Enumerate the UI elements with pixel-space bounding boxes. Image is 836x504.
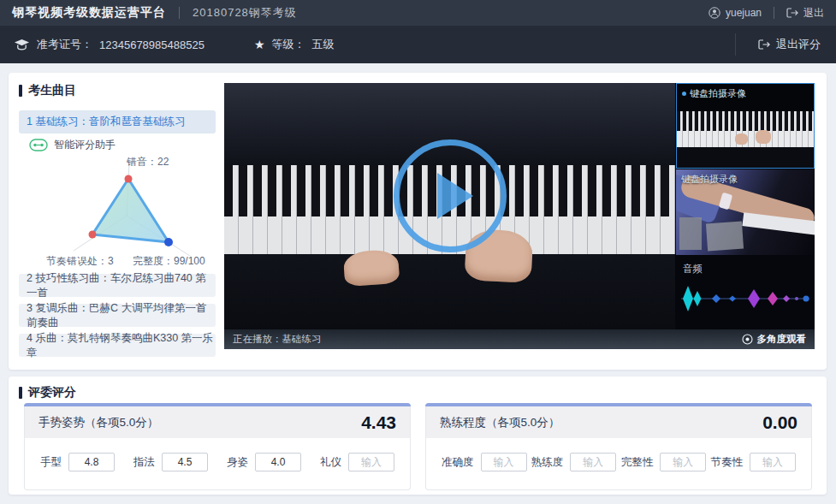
playlist-heading-label: 考生曲目 (28, 83, 76, 98)
ticket-group: 准考证号： 12345678985488525 (14, 37, 205, 52)
exit-scoring-button[interactable]: 退出评分 (735, 33, 822, 56)
level-group: ★ 等级： 五级 (254, 37, 335, 52)
assistant-robot-icon (29, 139, 48, 151)
active-dot-icon (682, 92, 686, 96)
field-accuracy: 准确度 (442, 453, 527, 471)
title-divider (179, 7, 180, 19)
exit-scoring-icon (758, 39, 770, 50)
proficiency-card-header: 熟练程度（各项5.0分） 0.00 (426, 406, 811, 438)
gesture-card-score: 4.43 (361, 412, 396, 433)
bench-shape (706, 222, 744, 252)
graduation-cap-icon (14, 39, 30, 51)
session-title: 20180728钢琴考级 (193, 5, 297, 21)
fingering-input[interactable] (162, 453, 208, 471)
ticket-label: 准考证号： (37, 37, 92, 52)
exam-info-bar: 准考证号： 12345678985488525 ★ 等级： 五级 退出评分 (0, 26, 836, 63)
user-icon (709, 7, 720, 19)
hand-shape-input[interactable] (68, 453, 115, 471)
gesture-card-fields: 手型 指法 身姿 礼仪 (25, 438, 410, 486)
field-hand-shape: 手型 (40, 453, 115, 471)
eye-icon (742, 334, 753, 345)
logout-icon (786, 8, 798, 18)
smart-score-assistant: 智能评分助手 (29, 138, 116, 152)
app: 钢琴视频考级数据运营平台 20180728钢琴考级 yuejuan 退出 准考证… (0, 0, 836, 504)
proficiency-card: 熟练程度（各项5.0分） 0.00 准确度 熟练度 完整性 节奏性 (425, 404, 812, 490)
topbar-right: yuejuan 退出 (709, 6, 824, 21)
playlist-heading: 考生曲目 (19, 83, 76, 98)
score-radar-chart: 错音：22 节奏错误处：3 完整度：99/100 (26, 155, 226, 273)
mini-piano-front (677, 147, 814, 169)
assistant-label: 智能评分助手 (54, 138, 116, 152)
rhythm-label: 节奏性 (710, 455, 743, 470)
radar-label-rhythm-errors: 节奏错误处：3 (46, 254, 114, 269)
audio-label: 音频 (683, 263, 703, 276)
topbar-left: 钢琴视频考级数据运营平台 20180728钢琴考级 (12, 5, 297, 21)
posture-input[interactable] (255, 453, 301, 471)
track-item-4[interactable]: 4 乐曲：莫扎特钢琴奏鸣曲K330 第一乐章 (19, 334, 216, 357)
field-posture: 身姿 (227, 453, 301, 471)
radar-label-wrong-notes: 错音：22 (127, 155, 169, 169)
proficiency-input[interactable] (570, 453, 616, 471)
camera-angle-column: 键盘拍摄录像 键盘拍摄录像 (676, 83, 815, 329)
completeness-input[interactable] (660, 453, 706, 471)
audio-waveform (676, 278, 815, 319)
proficiency-label: 熟练度 (531, 455, 564, 470)
multi-angle-label: 多角度观看 (757, 333, 807, 346)
gesture-card-header: 手势姿势（各项5.0分） 4.43 (25, 406, 410, 438)
play-button[interactable] (394, 139, 507, 252)
app-title: 钢琴视频考级数据运营平台 (12, 5, 166, 21)
video-area: 键盘拍摄录像 键盘拍摄录像 (224, 83, 815, 349)
rhythm-input[interactable] (750, 453, 796, 471)
fingering-label: 指法 (133, 455, 155, 470)
multi-angle-button[interactable]: 多角度观看 (742, 333, 807, 346)
proficiency-card-fields: 准确度 熟练度 完整性 节奏性 (426, 438, 811, 486)
posture-label: 身姿 (227, 455, 248, 470)
left-hand (343, 249, 400, 287)
main-video-player[interactable] (224, 83, 675, 329)
star-icon: ★ (254, 39, 265, 50)
exit-scoring-label: 退出评分 (776, 37, 821, 52)
mini-black-keys (677, 111, 814, 131)
camera-thumbnail-keyboard-1[interactable]: 键盘拍摄录像 (676, 83, 815, 169)
radar-label-completeness: 完整度：99/100 (133, 254, 205, 269)
logout-label: 退出 (803, 6, 824, 21)
accuracy-label: 准确度 (442, 455, 474, 470)
scoring-heading: 评委评分 (19, 385, 76, 400)
logout-button[interactable]: 退出 (786, 6, 824, 21)
field-rhythm: 节奏性 (710, 453, 796, 471)
etiquette-label: 礼仪 (320, 455, 341, 470)
thumbnail-2-label: 键盘拍摄录像 (681, 173, 738, 186)
heading-bar (19, 387, 22, 399)
hand-shape-label: 手型 (40, 455, 62, 470)
ticket-number: 12345678985488525 (99, 39, 205, 51)
scoring-panel: 评委评分 手势姿势（各项5.0分） 4.43 手型 指法 身姿 (9, 377, 827, 495)
thumbnail-1-label-row: 键盘拍摄录像 (682, 87, 746, 100)
now-playing-text: 正在播放：基础练习 (233, 333, 322, 346)
etiquette-input[interactable] (348, 453, 394, 471)
track-item-1[interactable]: 1 基础练习：音阶和琶音基础练习 (19, 110, 216, 133)
level-label: 等级： (271, 37, 305, 52)
exam-panel: 考生曲目 1 基础练习：音阶和琶音基础练习 智能评分助手 (9, 73, 827, 370)
video-status-bar: 正在播放：基础练习 多角度观看 (224, 329, 815, 349)
field-etiquette: 礼仪 (320, 453, 394, 471)
topbar-divider (774, 7, 774, 19)
bench-shape (679, 217, 702, 250)
piano-front (224, 254, 675, 329)
thumbnail-1-label: 键盘拍摄录像 (690, 87, 746, 100)
scoring-heading-label: 评委评分 (28, 385, 76, 400)
proficiency-card-score: 0.00 (762, 412, 797, 433)
thumbnail-2-label-row: 键盘拍摄录像 (681, 173, 738, 186)
completeness-label: 完整性 (621, 455, 654, 470)
heading-bar (19, 85, 22, 97)
gesture-posture-card: 手势姿势（各项5.0分） 4.43 手型 指法 身姿 礼仪 (24, 404, 411, 490)
mini-hand (756, 130, 771, 144)
accuracy-input[interactable] (481, 453, 527, 471)
camera-thumbnail-keyboard-2[interactable]: 键盘拍摄录像 (676, 169, 815, 255)
play-icon (437, 173, 473, 219)
topbar: 钢琴视频考级数据运营平台 20180728钢琴考级 yuejuan 退出 (0, 0, 836, 26)
username[interactable]: yuejuan (726, 7, 762, 19)
field-proficiency: 熟练度 (531, 453, 617, 471)
track-item-3[interactable]: 3 复调乐曲：巴赫C 大调平均律第一首前奏曲 (19, 304, 216, 327)
track-item-2[interactable]: 2 技巧性练习曲：车尔尼练习曲740 第一首 (19, 274, 216, 297)
mini-hand (735, 133, 748, 145)
